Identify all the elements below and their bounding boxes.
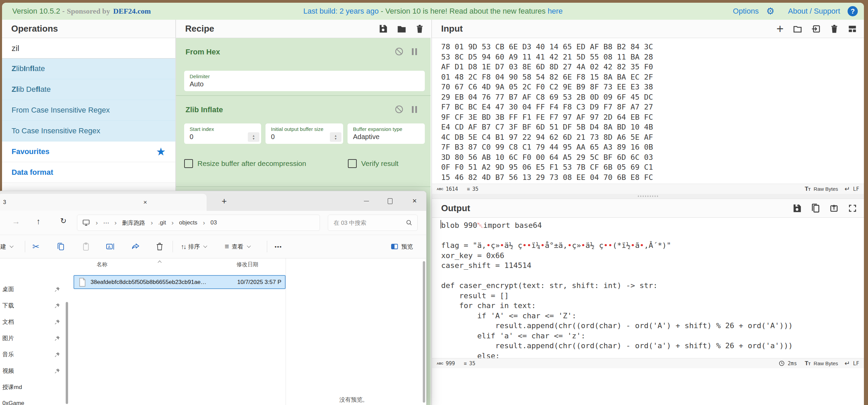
breadcrumb-item[interactable]: .git [158,219,166,226]
input-editor[interactable]: 78 01 9D 53 CB 6E D3 40 14 65 ED AF B8 B… [432,38,864,184]
sidebar-item-0xGame[interactable]: 0xGame [0,396,66,405]
column-header-name[interactable]: 名称 [97,261,108,268]
open-file-as-input-icon[interactable] [811,24,821,34]
explorer-tab[interactable]: 3 × [0,194,207,211]
delimiter-select[interactable]: Delimiter Auto [184,71,425,91]
operation-list-item[interactable]: From Case Insensitive Regex [2,100,175,121]
sidebar-item-桌面[interactable]: 桌面 [0,282,66,296]
output-eol[interactable]: LF [853,360,859,367]
rename-button[interactable]: A [106,235,115,258]
operation-list-item[interactable]: Zlib Inflate [2,58,175,79]
new-tab-icon[interactable]: + [222,196,227,206]
io-splitter[interactable] [432,194,864,199]
options-button[interactable]: Options [733,7,759,16]
output-editor[interactable]: blob 990␀import base64 flag = "ä‚•ç»•ä½ … [432,218,864,358]
breadcrumb-item[interactable]: objects [179,219,197,226]
star-icon[interactable]: ★ [156,145,166,158]
explorer-search-box[interactable] [328,215,418,231]
load-recipe-folder-icon[interactable] [397,24,406,34]
sidebar-item-视频[interactable]: 视频 [0,364,66,377]
clear-input-trash-icon[interactable] [830,24,838,33]
recipe-op-from-hex[interactable]: From Hex Delimiter Auto [176,38,431,96]
delimiter-value: Auto [190,80,425,88]
verify-result-checkbox[interactable]: Verify result [348,159,399,168]
file-row[interactable]: 38eafdebfc8dcb5f505b8b6655eb23cb91ae… 10… [74,275,286,289]
sidebar-scrollbar[interactable] [66,302,68,404]
open-folder-icon[interactable] [793,24,802,34]
buffer-expansion-select[interactable]: Buffer expansion type Adaptive [348,123,425,144]
no-preview-text: 没有预览。 [288,396,420,404]
add-input-tab-icon[interactable]: + [776,26,784,32]
sort-button[interactable]: ↑↓ 排序 [181,235,207,258]
checkbox-icon[interactable] [348,159,357,168]
paste-button[interactable] [82,235,90,258]
breadcrumb[interactable]: ›⋯›删库跑路›.git›objects›03 [77,215,320,231]
disable-op-icon[interactable] [395,47,404,56]
column-header-date[interactable]: 修改日期 [237,261,258,268]
initial-buffer-input[interactable] [271,133,329,141]
features-here-link[interactable]: here [548,7,563,16]
gear-icon[interactable]: ⚙ [766,6,774,17]
category-favourites[interactable]: Favourites ★ [2,141,175,162]
sidebar-item-文档[interactable]: 文档 [0,315,66,328]
sidebar-item-音乐[interactable]: 音乐 [0,348,66,361]
operation-label-segment: Zl [12,85,18,94]
explorer-scrollbar[interactable] [423,261,425,403]
cut-button[interactable]: ✂ [32,235,39,258]
view-button[interactable]: ≡ 查看 [225,235,250,258]
save-recipe-icon[interactable] [379,24,388,33]
sidebar-item-授课md[interactable]: 授课md [0,380,66,394]
sponsor-link[interactable]: DEF24.com [113,7,151,16]
more-options-button[interactable]: ••• [275,235,282,258]
preview-toggle-button[interactable]: 预览 [390,235,413,258]
character-encoding-icon[interactable]: TT [805,186,810,192]
character-encoding-icon[interactable]: TT [805,360,810,367]
question-circle-icon[interactable]: ? [848,6,858,16]
input-eol[interactable]: LF [853,186,859,192]
breadcrumb-item[interactable]: 删库跑路 [122,219,145,227]
forward-icon[interactable]: → [12,217,20,226]
breakpoint-pause-icon[interactable] [412,48,417,55]
resize-buffer-checkbox[interactable]: Resize buffer after decompression [184,159,306,168]
last-build-link[interactable]: Last build: 2 years ago [303,7,379,16]
clear-recipe-trash-icon[interactable] [416,24,424,33]
share-button[interactable] [131,235,140,258]
checkbox-icon[interactable] [184,159,193,168]
breadcrumb-item[interactable]: ⋯ [103,219,109,226]
start-index-input[interactable] [190,133,247,141]
save-output-icon[interactable] [792,204,802,213]
number-spinner[interactable]: ▴▾ [330,132,341,142]
sidebar-item-下载[interactable]: 下载 [0,299,66,312]
category-data-format[interactable]: Data format [2,162,175,183]
breakpoint-pause-icon[interactable] [412,106,417,113]
refresh-icon[interactable]: ↻ [60,217,66,225]
minimize-button[interactable] [358,195,374,207]
up-icon[interactable]: ↑ [36,217,41,226]
number-spinner[interactable]: ▴▾ [248,132,259,142]
close-button[interactable]: × [407,195,422,207]
eol-icon[interactable]: ↵ [845,185,850,193]
copy-button[interactable] [57,235,65,258]
eol-icon[interactable]: ↵ [845,359,850,367]
operation-list-item[interactable]: Zlib Deflate [2,79,175,100]
operation-list-item[interactable]: To Case Insensitive Regex [2,121,175,141]
breadcrumb-item[interactable]: 03 [210,219,217,226]
operations-search-input[interactable] [2,38,175,58]
tab-layout-icon[interactable] [848,24,857,34]
initial-buffer-field[interactable]: Initial output buffer size ▴▾ [266,123,343,144]
new-button[interactable]: 建 [0,235,13,258]
start-index-field[interactable]: Start index ▴▾ [184,123,261,144]
explorer-search-input[interactable] [328,219,402,226]
delete-button[interactable] [156,235,164,258]
maximize-button[interactable] [382,195,398,207]
input-encoding[interactable]: Raw Bytes [814,186,838,192]
about-support-link[interactable]: About / Support [788,7,840,16]
copy-output-icon[interactable] [811,203,820,213]
recipe-op-zlib-inflate[interactable]: Zlib Inflate Start index ▴▾ Initial outp… [176,96,431,187]
maximize-output-icon[interactable] [848,204,857,213]
sidebar-item-图片[interactable]: 图片 [0,331,66,345]
disable-op-icon[interactable] [395,105,404,114]
output-encoding[interactable]: Raw Bytes [814,360,838,366]
replace-input-with-output-icon[interactable] [829,203,839,213]
tab-close-icon[interactable]: × [143,199,147,206]
